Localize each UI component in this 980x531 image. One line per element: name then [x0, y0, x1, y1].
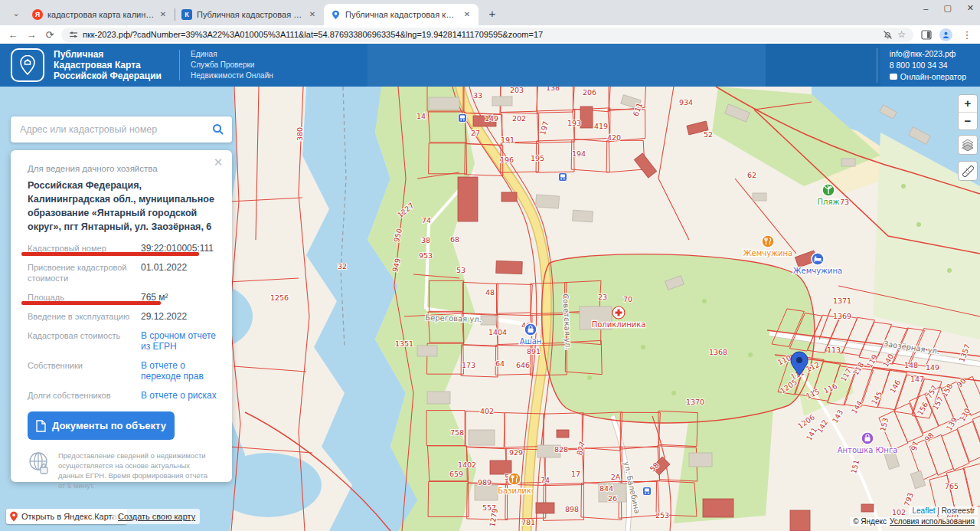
new-tab-button[interactable]: +	[483, 4, 501, 22]
address-bar[interactable]: пкк-2023.рф/?cadNumber=39%3A22%3A010005%…	[61, 28, 913, 42]
parcel-number: 380	[296, 127, 304, 141]
parcel-number: 206	[583, 88, 596, 97]
tab-close-icon[interactable]: ✕	[307, 9, 318, 20]
parcel-number: 53	[456, 266, 466, 274]
yandex-favicon: Я	[32, 9, 43, 20]
tab-title: кадастровая карта калинингр	[47, 10, 155, 19]
layers-button[interactable]	[958, 135, 978, 155]
parcel-number: 149	[926, 363, 939, 372]
poi-label: Базилик	[498, 487, 531, 495]
map-attribution: Leaflet | Rosreestr	[909, 506, 978, 515]
online-operator-link[interactable]: Онлайн-оператор	[890, 71, 966, 83]
row-cadastral-value: Кадастровая стоимость В срочном отчете и…	[28, 330, 217, 352]
building-highlighted	[557, 430, 569, 438]
terms-link[interactable]: Условия использования	[890, 517, 975, 526]
parcel-info-card: ✕ Для ведения дачного хозяйства Российск…	[11, 150, 232, 482]
building-highlighted	[580, 107, 593, 128]
poi-label: Антошка Юнга	[838, 446, 898, 454]
parcel-address: Российская Федерация, Калининградская об…	[28, 179, 217, 234]
minimize-button[interactable]: –	[923, 4, 928, 13]
poi-label: Жемчужина	[793, 267, 842, 275]
ownership-report-link[interactable]: В отчете о переходе прав	[141, 360, 217, 382]
parcel-number: 195	[531, 154, 544, 162]
parcel-number: 26	[608, 494, 617, 503]
parcel-number: 1404	[488, 328, 507, 336]
chat-icon	[890, 74, 897, 80]
header-divider	[179, 50, 180, 80]
parcel-number: 64	[495, 359, 505, 368]
yandex-attribution: © Яндекс Условия использования	[850, 517, 978, 526]
parcel-number: 17	[571, 470, 580, 478]
reload-button[interactable]: ⟳	[43, 29, 57, 41]
parcel-number: 898	[565, 505, 579, 513]
browser-menu-icon[interactable]: ⋮	[960, 29, 974, 41]
building	[841, 159, 855, 166]
site-subtitle: Единая Служба Проверки Недвижимости Онла…	[191, 49, 273, 81]
rosreestr-attr: Rosreestr	[942, 506, 975, 515]
back-button[interactable]: ←	[6, 29, 20, 41]
search-input[interactable]	[11, 124, 212, 135]
building	[689, 453, 712, 467]
measure-button[interactable]	[958, 161, 978, 181]
building-highlighted	[458, 177, 478, 221]
poi-label: Поликлиника	[592, 320, 646, 329]
bus-stop-icon[interactable]	[459, 114, 467, 123]
parcel-number: 929	[509, 448, 523, 457]
building	[492, 97, 512, 106]
poi-label: Ашан	[520, 337, 542, 346]
header-contacts: info@пкк-2023.рф 8 800 100 34 34 Онлайн-…	[877, 48, 966, 83]
bookmark-star-icon[interactable]: ☆	[897, 29, 906, 40]
zoom-in-button[interactable]: +	[959, 95, 977, 113]
parcel-number: 781	[521, 518, 535, 526]
parcel-number: 989	[478, 478, 492, 487]
row-commissioning: Введение в эксплуатацию 29.12.2022	[28, 311, 217, 322]
search-box[interactable]	[11, 116, 232, 143]
side-panel-icon[interactable]	[921, 30, 932, 40]
egrn-report-link[interactable]: В срочном отчете из ЕГРН	[141, 330, 217, 352]
close-window-button[interactable]: ✕	[967, 3, 974, 13]
contact-phone[interactable]: 8 800 100 34 34	[890, 60, 966, 71]
parcel-number: 1256	[270, 293, 289, 302]
maximize-button[interactable]: ▢	[943, 3, 951, 13]
poi-label: Жемчужина	[743, 249, 792, 257]
parcel-number: 420	[607, 133, 621, 142]
open-in-yandex-maps-button[interactable]: Открыть в Яндекс.Картах	[6, 509, 127, 524]
tab-title: Публичная кадастровая карта	[197, 10, 304, 19]
zoom-out-button[interactable]: −	[959, 113, 977, 129]
browser-tab-2[interactable]: К Публичная кадастровая карта ✕	[175, 4, 324, 25]
documents-button[interactable]: Документы по объекту	[28, 411, 175, 440]
bus-stop-icon[interactable]	[559, 173, 567, 182]
document-icon	[36, 420, 46, 432]
browser-tab-active[interactable]: Публичная кадастровая карта ✕	[324, 4, 479, 25]
close-icon[interactable]: ✕	[212, 156, 224, 169]
parcel-number: 193	[567, 119, 581, 127]
bus-stop-icon[interactable]	[643, 487, 652, 496]
row-cadastral-number: Кадастровый номер 39:22:010005:111	[28, 243, 217, 254]
parcel-number: 1351	[395, 339, 413, 348]
profile-avatar[interactable]	[939, 28, 952, 41]
browser-tab-1[interactable]: Я кадастровая карта калинингр ✕	[26, 4, 175, 25]
leaflet-link[interactable]: Leaflet	[912, 506, 935, 515]
search-icon[interactable]	[212, 123, 224, 136]
tab-close-icon[interactable]: ✕	[462, 9, 472, 20]
parcel-number: 102	[892, 508, 906, 516]
site-settings-icon[interactable]	[69, 30, 78, 39]
tab-close-icon[interactable]: ✕	[158, 9, 168, 20]
pkk-pin-favicon	[330, 9, 341, 20]
create-map-link[interactable]: Создать свою карту	[113, 509, 200, 524]
parcel-number: 113	[827, 346, 841, 354]
pkk-logo[interactable]	[11, 48, 44, 82]
parcel-number: 202	[512, 114, 526, 123]
parcel-number: 419	[594, 122, 608, 130]
building	[535, 195, 559, 208]
tab-search-chevron-icon[interactable]: ⌄	[8, 5, 24, 21]
risk-report-link[interactable]: В отчете о рисках	[141, 390, 217, 401]
contact-email[interactable]: info@пкк-2023.рф	[890, 48, 966, 60]
notifications-blocked-icon[interactable]	[883, 30, 893, 40]
parcel-number: 68	[450, 235, 459, 244]
forward-button[interactable]: →	[24, 29, 38, 41]
browser-tabstrip: ⌄ Я кадастровая карта калинингр ✕ К Публ…	[0, 0, 980, 25]
map-canvas[interactable]: 1438032125633203149202271911961951931941…	[0, 87, 980, 531]
red-underline	[21, 252, 199, 256]
parcel-number: 32	[338, 262, 347, 270]
